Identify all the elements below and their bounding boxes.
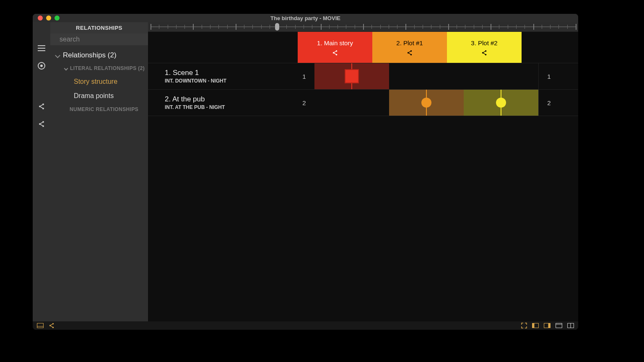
ruler-tick (499, 25, 499, 29)
ruler-tick (295, 25, 296, 29)
app-statusbar (33, 321, 578, 330)
scene-cell[interactable]: 1. Scene 1 INT. DOWNTOWN - NIGHT (148, 63, 294, 89)
main-area: 1. Main story 2. Plot #1 3. Plot #2 (148, 22, 578, 321)
plot-cell[interactable] (464, 90, 538, 116)
scene-location: INT. DOWNTOWN - NIGHT (165, 78, 294, 84)
scene-number-right: 1 (538, 63, 559, 89)
scene-number: 2 (294, 90, 314, 116)
layout-split-icon[interactable] (567, 323, 574, 328)
fullscreen-icon[interactable] (521, 323, 527, 328)
ruler-tick (168, 25, 168, 29)
ruler-tick (405, 24, 406, 30)
plot-cell[interactable] (314, 90, 389, 116)
share-icon (481, 50, 487, 56)
ruler-tick (329, 25, 330, 29)
scene-cell[interactable]: 2. At the pub INT. AT THE PUB - NIGHT (148, 90, 294, 116)
search-input[interactable]: search (50, 34, 148, 45)
ruler-tick (227, 25, 228, 29)
tree-item-story-structure[interactable]: Story structure (50, 75, 148, 89)
chevron-down-icon (55, 53, 60, 58)
ruler-tick (261, 25, 262, 29)
share-icon[interactable] (38, 103, 45, 110)
plot-marker-square[interactable] (345, 69, 359, 83)
tree-category-literal[interactable]: LITERAL RELATIONSHIPS (2) (50, 62, 148, 75)
panel-icon[interactable] (37, 323, 44, 328)
plot-cell[interactable] (314, 63, 389, 89)
ruler-tick (423, 25, 423, 29)
ruler-tick (482, 25, 483, 29)
share-icon[interactable] (49, 323, 55, 328)
scene-title: 2. At the pub (165, 95, 294, 103)
ruler-tick (474, 25, 474, 29)
tree-category-numeric[interactable]: NUMERIC RELATIONSHIPS (50, 103, 148, 116)
ruler-tick (210, 25, 210, 29)
ruler-tick (176, 25, 177, 29)
chevron-down-icon (64, 66, 68, 70)
ruler-tick (312, 25, 312, 29)
plot-marker-circle[interactable] (496, 98, 506, 108)
plot-grid: 1. Main story 2. Plot #1 3. Plot #2 (148, 32, 578, 321)
scene-number-right: 2 (538, 90, 559, 116)
ruler-tick (159, 25, 159, 29)
app-window: The birthday party - MOVIE RELATIO (33, 14, 578, 330)
ruler-tick (355, 25, 355, 29)
scene-header-spacer (148, 32, 277, 63)
tree-root[interactable]: Relationships (2) (50, 49, 148, 62)
layout-left-icon[interactable] (532, 323, 539, 328)
tree-root-label: Relationships (2) (63, 51, 117, 59)
share-icon (332, 50, 338, 56)
ruler-tick (236, 24, 236, 30)
layout-window-icon[interactable] (556, 323, 562, 328)
target-icon[interactable] (38, 62, 45, 70)
plot-header-main-story[interactable]: 1. Main story (298, 32, 372, 63)
ruler-tick (151, 24, 151, 30)
plot-cell[interactable] (389, 63, 464, 89)
share-icon[interactable] (38, 121, 45, 127)
tree-item-label: Story structure (74, 78, 117, 85)
ruler-tick (304, 25, 304, 29)
ruler-tick (346, 25, 346, 29)
scene-location: INT. AT THE PUB - NIGHT (165, 104, 294, 110)
scene-title: 1. Scene 1 (165, 69, 294, 77)
playhead[interactable] (275, 23, 279, 31)
plot-header-plot-1[interactable]: 2. Plot #1 (372, 32, 447, 63)
number-header-spacer (277, 32, 298, 63)
ruler-tick (525, 25, 525, 29)
plot-label: 2. Plot #1 (396, 39, 423, 47)
ruler-tick (576, 24, 576, 30)
ruler-tick (321, 24, 322, 30)
plot-marker-circle[interactable] (421, 98, 431, 108)
ruler-tick (542, 25, 542, 29)
ruler-tick (516, 25, 517, 29)
plot-header-plot-2[interactable]: 3. Plot #2 (447, 32, 522, 63)
ruler-tick (457, 25, 457, 29)
svg-rect-27 (548, 323, 551, 328)
scene-row: 2. At the pub INT. AT THE PUB - NIGHT 2 … (148, 89, 578, 116)
titlebar: The birthday party - MOVIE (33, 14, 578, 22)
ruler-tick (244, 25, 244, 29)
timeline-ruler[interactable] (148, 22, 578, 32)
plot-cell[interactable] (464, 63, 538, 89)
layout-right-icon[interactable] (544, 323, 551, 328)
window-title: The birthday party - MOVIE (33, 15, 578, 21)
menu-icon[interactable] (38, 45, 45, 51)
plot-cell[interactable] (389, 90, 464, 116)
ruler-tick (448, 24, 449, 30)
svg-rect-19 (37, 323, 44, 328)
ruler-tick (338, 25, 338, 29)
ruler-tick (397, 25, 397, 29)
plot-label: 3. Plot #2 (471, 39, 497, 47)
ruler-tick (567, 25, 568, 29)
ruler-tick (558, 25, 559, 29)
ruler-tick (252, 25, 253, 29)
share-icon (407, 50, 413, 56)
ruler-tick (508, 25, 508, 29)
tree-category-label: LITERAL RELATIONSHIPS (2) (70, 65, 145, 71)
ruler-tick (431, 25, 431, 29)
ruler-tick (389, 25, 389, 29)
ruler-tick (440, 25, 440, 29)
tree-item-label: Drama points (74, 92, 114, 100)
svg-point-1 (40, 65, 43, 67)
tree-item-drama-points[interactable]: Drama points (50, 89, 148, 103)
search-placeholder: search (60, 36, 80, 43)
